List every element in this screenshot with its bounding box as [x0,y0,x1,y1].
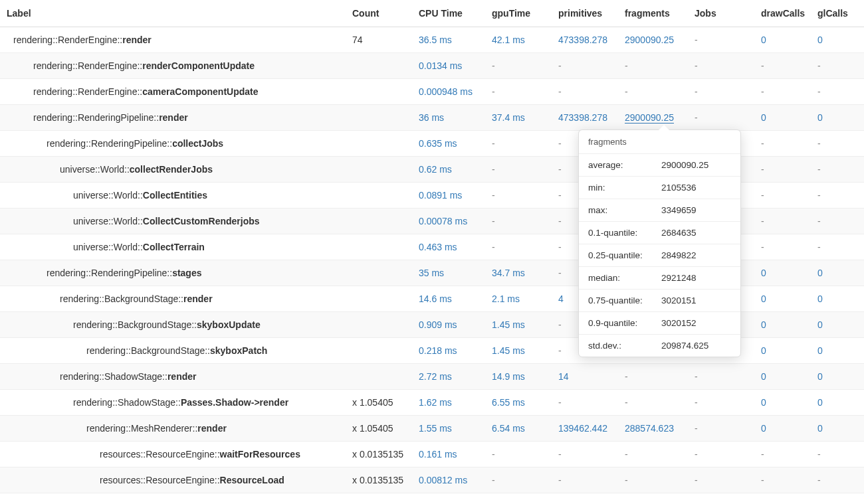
glcalls-cell[interactable]: 0 [811,312,864,338]
table-row[interactable]: rendering::RenderEngine::renderComponent… [0,53,864,79]
drawcalls-cell[interactable]: 0 [754,260,811,286]
fragments-cell[interactable]: 2900090.25fragmentsaverage:2900090.25min… [618,105,688,131]
table-row[interactable]: rendering::RenderEngine::cameraComponent… [0,79,864,105]
primitives-cell-link[interactable]: 473398.278 [558,112,607,123]
gpu-time-cell-link[interactable]: 1.45 ms [492,345,525,356]
table-row[interactable]: rendering::ShadowStage::Passes.Shadow->r… [0,390,864,416]
header-jobs[interactable]: Jobs [688,0,754,27]
glcalls-cell[interactable]: 0 [811,27,864,53]
glcalls-cell[interactable]: 0 [811,286,864,312]
cpu-time-cell-link[interactable]: 2.72 ms [419,371,452,382]
drawcalls-cell[interactable]: 0 [754,364,811,390]
header-count[interactable]: Count [346,0,412,27]
cpu-time-cell[interactable]: 1.55 ms [412,416,485,442]
cpu-time-cell-link[interactable]: 0.000948 ms [419,86,473,97]
fragments-link[interactable]: 2900090.25 [625,35,674,45]
drawcalls-cell-link[interactable]: 0 [761,112,766,123]
drawcalls-cell-link[interactable]: 0 [761,397,766,408]
glcalls-cell-link[interactable]: 0 [817,319,823,330]
header-glcalls[interactable]: glCalls [811,0,864,27]
primitives-cell[interactable]: 473398.278 [552,105,618,131]
cpu-time-cell[interactable]: 14.6 ms [412,286,485,312]
cpu-time-cell[interactable]: 0.00812 ms [412,467,485,493]
fragments-cell[interactable]: 288574.623 [618,416,688,442]
glcalls-cell-link[interactable]: 0 [817,112,823,123]
cpu-time-cell-link[interactable]: 1.55 ms [419,423,452,434]
cpu-time-cell-link[interactable]: 0.0891 ms [419,190,462,201]
drawcalls-cell[interactable]: 0 [754,338,811,364]
cpu-time-cell[interactable]: 0.62 ms [412,157,485,183]
gpu-time-cell[interactable]: 14.9 ms [485,364,552,390]
gpu-time-cell-link[interactable]: 6.54 ms [492,423,525,434]
drawcalls-cell-link[interactable]: 0 [761,423,766,434]
gpu-time-cell-link[interactable]: 14.9 ms [492,371,525,382]
header-drawcalls[interactable]: drawCalls [754,0,811,27]
gpu-time-cell-link[interactable]: 37.4 ms [492,112,525,123]
drawcalls-cell-link[interactable]: 0 [761,294,766,304]
drawcalls-cell[interactable]: 0 [754,390,811,416]
primitives-cell-link[interactable]: 14 [558,371,569,382]
primitives-cell[interactable]: 139462.442 [552,416,618,442]
gpu-time-cell[interactable]: 1.45 ms [485,338,552,364]
cpu-time-cell-link[interactable]: 1.62 ms [419,397,452,408]
cpu-time-cell-link[interactable]: 0.161 ms [419,449,457,460]
cpu-time-cell-link[interactable]: 14.6 ms [419,294,452,304]
glcalls-cell-link[interactable]: 0 [817,423,823,434]
cpu-time-cell[interactable]: 36.5 ms [412,27,485,53]
gpu-time-cell[interactable]: 6.54 ms [485,416,552,442]
glcalls-cell-link[interactable]: 0 [817,268,823,278]
cpu-time-cell-link[interactable]: 0.909 ms [419,319,457,330]
drawcalls-cell-link[interactable]: 0 [761,268,766,278]
glcalls-cell-link[interactable]: 0 [817,345,823,356]
drawcalls-cell-link[interactable]: 0 [761,319,766,330]
gpu-time-cell-link[interactable]: 34.7 ms [492,268,525,278]
cpu-time-cell[interactable]: 35 ms [412,260,485,286]
cpu-time-cell[interactable]: 0.463 ms [412,234,485,260]
cpu-time-cell[interactable]: 36 ms [412,105,485,131]
fragments-cell[interactable]: 2900090.25 [618,27,688,53]
header-fragments[interactable]: fragments [618,0,688,27]
cpu-time-cell[interactable]: 0.0134 ms [412,53,485,79]
table-row[interactable]: rendering::RenderEngine::render7436.5 ms… [0,27,864,53]
primitives-cell[interactable]: 473398.278 [552,27,618,53]
fragments-link[interactable]: 288574.623 [625,423,674,434]
table-row[interactable]: rendering::MeshRenderer::renderx 1.05405… [0,416,864,442]
glcalls-cell-link[interactable]: 0 [817,35,823,45]
cpu-time-cell-link[interactable]: 0.0134 ms [419,60,462,71]
gpu-time-cell[interactable]: 1.45 ms [485,312,552,338]
drawcalls-cell[interactable]: 0 [754,286,811,312]
drawcalls-cell[interactable]: 0 [754,416,811,442]
table-row[interactable]: resources::ResourceEngine::waitForResour… [0,442,864,467]
header-primitives[interactable]: primitives [552,0,618,27]
drawcalls-cell[interactable]: 0 [754,105,811,131]
glcalls-cell[interactable]: 0 [811,105,864,131]
cpu-time-cell[interactable]: 0.0891 ms [412,183,485,209]
gpu-time-cell[interactable]: 42.1 ms [485,27,552,53]
gpu-time-cell-link[interactable]: 42.1 ms [492,35,525,45]
cpu-time-cell[interactable]: 0.909 ms [412,312,485,338]
primitives-cell-link[interactable]: 139462.442 [558,423,607,434]
cpu-time-cell[interactable]: 0.218 ms [412,338,485,364]
header-cpu-time[interactable]: CPU Time [412,0,485,27]
glcalls-cell[interactable]: 0 [811,338,864,364]
cpu-time-cell-link[interactable]: 0.218 ms [419,345,457,356]
drawcalls-cell[interactable]: 0 [754,312,811,338]
gpu-time-cell[interactable]: 6.55 ms [485,390,552,416]
gpu-time-cell-link[interactable]: 1.45 ms [492,319,525,330]
cpu-time-cell-link[interactable]: 0.62 ms [419,164,452,175]
cpu-time-cell[interactable]: 2.72 ms [412,364,485,390]
drawcalls-cell-link[interactable]: 0 [761,35,766,45]
gpu-time-cell-link[interactable]: 6.55 ms [492,397,525,408]
primitives-cell-link[interactable]: 4 [558,294,564,304]
cpu-time-cell-link[interactable]: 0.00078 ms [419,216,467,226]
cpu-time-cell-link[interactable]: 0.00812 ms [419,475,467,485]
glcalls-cell[interactable]: 0 [811,260,864,286]
drawcalls-cell[interactable]: 0 [754,27,811,53]
drawcalls-cell-link[interactable]: 0 [761,371,766,382]
table-row[interactable]: rendering::ShadowStage::render2.72 ms14.… [0,364,864,390]
header-gpu-time[interactable]: gpuTime [485,0,552,27]
gpu-time-cell[interactable]: 2.1 ms [485,286,552,312]
cpu-time-cell[interactable]: 0.00078 ms [412,209,485,234]
header-label[interactable]: Label [0,0,346,27]
gpu-time-cell[interactable]: 34.7 ms [485,260,552,286]
